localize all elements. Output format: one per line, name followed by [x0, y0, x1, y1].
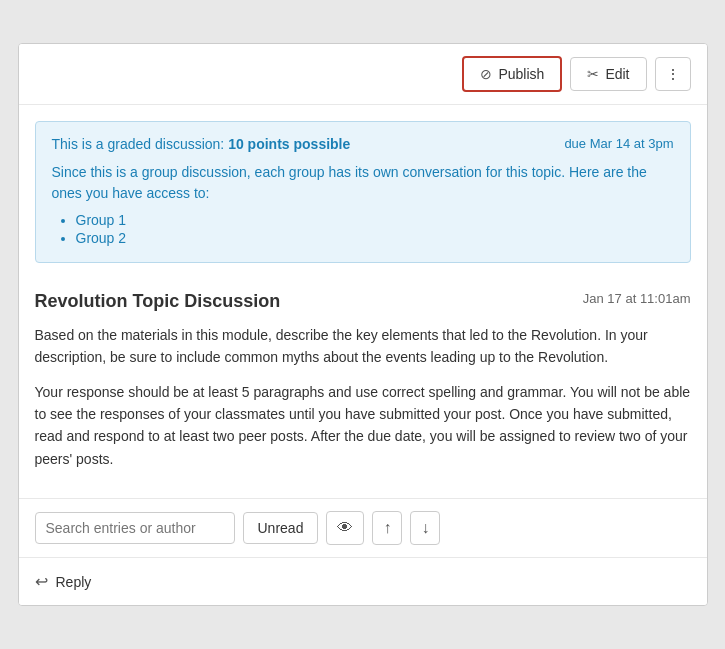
- download-icon: ↓: [421, 519, 429, 537]
- discussion-content: Revolution Topic Discussion Jan 17 at 11…: [19, 279, 707, 498]
- toolbar: ⊘ Publish ✂ Edit ⋮: [19, 44, 707, 105]
- unread-label: Unread: [258, 520, 304, 536]
- publish-icon: ⊘: [480, 66, 492, 82]
- reply-icon: ↩: [35, 572, 48, 591]
- points-text: 10 points possible: [228, 136, 350, 152]
- discussion-body-para2: Your response should be at least 5 parag…: [35, 381, 691, 471]
- upload-button[interactable]: ↑: [372, 511, 402, 545]
- more-icon: ⋮: [666, 66, 680, 82]
- search-input[interactable]: [35, 512, 235, 544]
- filter-bar: Unread 👁 ↑ ↓: [19, 498, 707, 557]
- reply-bar[interactable]: ↩ Reply: [19, 557, 707, 605]
- view-button[interactable]: 👁: [326, 511, 364, 545]
- discussion-header: Revolution Topic Discussion Jan 17 at 11…: [35, 279, 691, 312]
- graded-prefix: This is a graded discussion:: [52, 136, 225, 152]
- upload-icon: ↑: [383, 519, 391, 537]
- group-list: Group 1 Group 2: [52, 212, 674, 246]
- group-notice: Since this is a group discussion, each g…: [52, 162, 674, 204]
- edit-label: Edit: [605, 66, 629, 82]
- publish-label: Publish: [498, 66, 544, 82]
- group1-link[interactable]: Group 1: [76, 212, 127, 228]
- due-date: due Mar 14 at 3pm: [564, 136, 673, 151]
- group2-link[interactable]: Group 2: [76, 230, 127, 246]
- reply-label[interactable]: Reply: [56, 574, 92, 590]
- edit-button[interactable]: ✂ Edit: [570, 57, 646, 91]
- info-banner: This is a graded discussion: 10 points p…: [35, 121, 691, 263]
- discussion-body: Based on the materials in this module, d…: [35, 324, 691, 470]
- discussion-body-para1: Based on the materials in this module, d…: [35, 324, 691, 369]
- unread-button[interactable]: Unread: [243, 512, 319, 544]
- group-notice-text: Since this is a group discussion, each g…: [52, 164, 647, 201]
- more-options-button[interactable]: ⋮: [655, 57, 691, 91]
- download-button[interactable]: ↓: [410, 511, 440, 545]
- list-item[interactable]: Group 1: [76, 212, 674, 228]
- discussion-title: Revolution Topic Discussion: [35, 291, 281, 312]
- publish-button[interactable]: ⊘ Publish: [462, 56, 562, 92]
- discussion-date: Jan 17 at 11:01am: [583, 291, 691, 306]
- eye-icon: 👁: [337, 519, 353, 537]
- edit-icon: ✂: [587, 66, 599, 82]
- list-item[interactable]: Group 2: [76, 230, 674, 246]
- graded-text: This is a graded discussion: 10 points p…: [52, 136, 351, 152]
